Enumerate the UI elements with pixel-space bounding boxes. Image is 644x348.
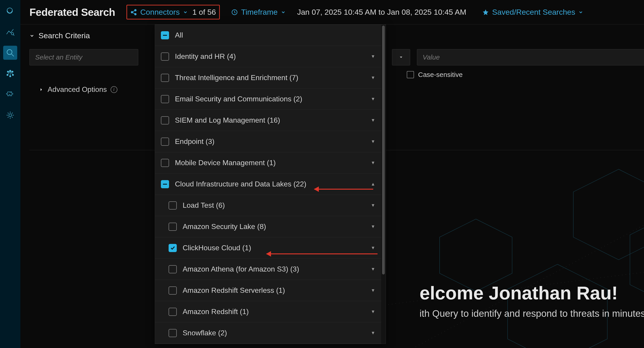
checkbox-icon[interactable] xyxy=(168,286,177,295)
svg-marker-17 xyxy=(440,219,512,291)
chevron-down-icon xyxy=(578,10,583,15)
entity-select[interactable]: Select an Entity xyxy=(30,49,138,65)
dropdown-group-expanded[interactable]: Cloud Infrastructure and Data Lakes (22)… xyxy=(155,174,381,195)
dropdown-group-3[interactable]: SIEM and Log Management (16)▼ xyxy=(155,110,381,131)
checkbox-icon[interactable] xyxy=(161,74,169,82)
svg-marker-14 xyxy=(573,169,644,260)
dropdown-item-label: Email Security and Communications (2) xyxy=(175,95,365,103)
caret-down-icon: ▼ xyxy=(371,309,375,314)
chevron-right-icon xyxy=(38,87,44,92)
connectors-dropdown-panel: AllIdentity and HR (4)▼Threat Intelligen… xyxy=(155,24,386,344)
dropdown-item-label: Identity and HR (4) xyxy=(175,52,365,61)
caret-down-icon: ▼ xyxy=(371,330,375,336)
dropdown-item-label: Snowflake (2) xyxy=(183,329,365,337)
nav-connectors-icon[interactable] xyxy=(3,66,17,81)
topbar: Federated Search Connectors 1 of 56 Time… xyxy=(20,0,644,24)
chevron-down-icon xyxy=(183,10,188,15)
dropdown-item-label: Amazon Athena (for Amazon S3) (3) xyxy=(183,265,365,273)
dropdown-child-0[interactable]: Load Test (6)▼ xyxy=(155,195,381,216)
clock-icon xyxy=(231,9,238,16)
svg-point-9 xyxy=(9,114,12,117)
checkbox-indeterminate-icon[interactable] xyxy=(161,180,169,188)
nav-settings-icon[interactable] xyxy=(3,108,17,122)
welcome-subtitle: ith Query to identify and respond to thr… xyxy=(420,308,644,319)
dropdown-group-0[interactable]: Identity and HR (4)▼ xyxy=(155,46,381,67)
dropdown-group-4[interactable]: Endpoint (3)▼ xyxy=(155,131,381,152)
advanced-options-label: Advanced Options xyxy=(48,85,107,94)
nav-analytics-icon[interactable] xyxy=(3,25,17,39)
star-icon xyxy=(482,9,489,16)
search-criteria-label: Search Criteria xyxy=(38,31,90,40)
left-nav-rail xyxy=(0,0,20,348)
dropdown-item-label: ClickHouse Cloud (1) xyxy=(183,244,365,252)
caret-down-icon: ▼ xyxy=(371,224,375,229)
caret-down-icon: ▼ xyxy=(371,288,375,293)
dropdown-child-5[interactable]: Amazon Redshift (1)▼ xyxy=(155,301,381,323)
scrollbar-thumb[interactable] xyxy=(382,25,385,274)
case-sensitive-checkbox[interactable] xyxy=(407,71,414,78)
operator-select[interactable] xyxy=(392,49,410,65)
dropdown-scrollbar[interactable] xyxy=(381,25,386,344)
connectors-label: Connectors xyxy=(140,8,180,16)
dropdown-item-label: Endpoint (3) xyxy=(175,137,365,146)
checkbox-indeterminate-icon[interactable] xyxy=(161,31,169,39)
checkbox-icon[interactable] xyxy=(161,159,169,167)
checkbox-icon[interactable] xyxy=(161,138,169,146)
checkbox-icon[interactable] xyxy=(168,223,177,231)
dropdown-item-label: All xyxy=(175,31,375,39)
checkbox-checked-icon[interactable] xyxy=(168,244,177,252)
dropdown-item-label: Amazon Security Lake (8) xyxy=(183,222,365,231)
dropdown-child-1[interactable]: Amazon Security Lake (8)▼ xyxy=(155,216,381,237)
caret-up-icon: ▲ xyxy=(371,181,375,187)
svg-marker-16 xyxy=(508,264,607,348)
share-icon xyxy=(130,9,137,16)
checkbox-icon[interactable] xyxy=(168,308,177,316)
saved-searches-dropdown-trigger[interactable]: Saved/Recent Searches xyxy=(480,6,586,18)
dropdown-item-label: Mobile Device Management (1) xyxy=(175,159,365,167)
dropdown-item-label: SIEM and Log Management (16) xyxy=(175,116,365,125)
dropdown-child-4[interactable]: Amazon Redshift Serverless (1)▼ xyxy=(155,280,381,301)
checkbox-icon[interactable] xyxy=(168,201,177,209)
nav-search-icon[interactable] xyxy=(3,46,17,60)
timeframe-dropdown-trigger[interactable]: Timeframe xyxy=(229,6,288,18)
caret-down-icon: ▼ xyxy=(371,203,375,208)
checkbox-icon[interactable] xyxy=(161,95,169,103)
svg-marker-15 xyxy=(630,210,644,310)
caret-down-icon: ▼ xyxy=(371,118,375,123)
checkbox-icon[interactable] xyxy=(168,265,177,273)
caret-down-icon: ▼ xyxy=(371,267,375,272)
connectors-count: 1 of 56 xyxy=(192,8,216,16)
value-input[interactable]: Value xyxy=(417,49,644,65)
nav-plugins-icon[interactable] xyxy=(3,87,17,101)
checkbox-icon[interactable] xyxy=(168,329,177,337)
caret-down-icon: ▼ xyxy=(371,75,375,80)
caret-down-icon: ▼ xyxy=(371,54,375,59)
welcome-title: elcome Jonathan Rau! xyxy=(420,282,644,304)
case-sensitive-label: Case-sensitive xyxy=(418,71,463,79)
dropdown-group-2[interactable]: Email Security and Communications (2)▼ xyxy=(155,88,381,110)
entity-placeholder: Select an Entity xyxy=(35,53,82,61)
checkbox-icon[interactable] xyxy=(161,52,169,61)
timeframe-label: Timeframe xyxy=(241,8,278,16)
info-icon[interactable]: i xyxy=(110,86,118,93)
caret-down-icon: ▼ xyxy=(371,139,375,144)
caret-down-icon: ▼ xyxy=(371,245,375,250)
dropdown-group-5[interactable]: Mobile Device Management (1)▼ xyxy=(155,152,381,174)
saved-searches-label: Saved/Recent Searches xyxy=(492,8,575,16)
chevron-down-icon xyxy=(30,33,34,38)
caret-down-icon: ▼ xyxy=(371,96,375,102)
chevron-down-icon xyxy=(281,10,286,15)
dropdown-item-label: Amazon Redshift Serverless (1) xyxy=(183,286,365,295)
checkbox-icon[interactable] xyxy=(161,116,169,125)
annotation-arrow xyxy=(266,253,378,254)
dropdown-child-3[interactable]: Amazon Athena (for Amazon S3) (3)▼ xyxy=(155,259,381,280)
dropdown-child-6[interactable]: Snowflake (2)▼ xyxy=(155,323,381,344)
caret-down-icon xyxy=(398,55,404,60)
dropdown-group-1[interactable]: Threat Intelligence and Enrichment (7)▼ xyxy=(155,67,381,88)
caret-down-icon: ▼ xyxy=(371,160,375,166)
connectors-dropdown-trigger[interactable]: Connectors 1 of 56 xyxy=(126,5,220,19)
dropdown-item-label: Amazon Redshift (1) xyxy=(183,308,365,316)
nav-logo-icon[interactable] xyxy=(3,4,17,18)
svg-point-0 xyxy=(7,8,12,13)
dropdown-item-all[interactable]: All xyxy=(155,25,381,46)
